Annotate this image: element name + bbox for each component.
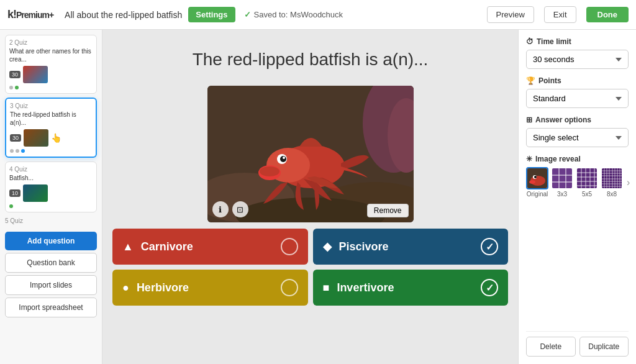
import-spreadsheet-button[interactable]: Import spreadsheet	[5, 298, 97, 317]
quiz-card-3-inner: 30 👆	[10, 129, 92, 147]
quiz-card-4-timer: 10	[9, 189, 20, 197]
answer-carnivore-text: Carnivore	[141, 240, 273, 253]
done-button[interactable]: Done	[586, 7, 629, 22]
reveal-5x5-image	[577, 168, 598, 189]
reveal-thumb-3x3[interactable]	[551, 167, 573, 189]
app-header: k!Premium+ All about the red-lipped batf…	[0, 0, 636, 30]
reveal-next-button[interactable]: ›	[627, 177, 630, 188]
quiz-card-2-image	[23, 66, 48, 83]
spacer	[526, 205, 629, 324]
image-controls: ℹ ⊡	[212, 201, 248, 217]
settings-button[interactable]: Settings	[188, 7, 235, 22]
question-title: The red-lipped batfish is a(n)...	[112, 40, 508, 80]
answer-piscivore-text: Piscivore	[339, 240, 474, 253]
image-reveal-icon: ✳	[526, 155, 532, 163]
reveal-5x5-label: 5x5	[582, 191, 592, 198]
reveal-3x3-label: 3x3	[557, 191, 567, 198]
quiz-card-2[interactable]: 2 Quiz What are other names for this cre…	[5, 35, 97, 94]
dot	[9, 86, 13, 89]
reveal-3x3-image	[552, 168, 573, 189]
answer-herbivore-text: Herbivore	[137, 281, 273, 294]
cursor-icon: 👆	[51, 133, 61, 143]
answer-carnivore[interactable]: ▲ Carnivore	[112, 229, 308, 265]
carnivore-check	[281, 238, 298, 255]
quiz-card-3-thumb	[24, 129, 48, 147]
import-slides-button[interactable]: Import slides	[5, 275, 97, 295]
question-bank-button[interactable]: Question bank	[5, 253, 97, 273]
answers-grid: ▲ Carnivore ◆ Piscivore ✓ ● Herbivore ■ …	[112, 229, 508, 306]
remove-button[interactable]: Remove	[367, 204, 409, 217]
dot	[16, 149, 19, 153]
reveal-8x8-image	[602, 168, 623, 189]
points-select[interactable]: Standard	[526, 89, 629, 108]
sidebar: 2 Quiz What are other names for this cre…	[0, 30, 102, 364]
dot-green	[15, 86, 19, 89]
quiz-card-3-title: The red-lipped batfish is a(n)...	[10, 111, 92, 127]
herbivore-check	[281, 279, 298, 296]
main-content: The red-lipped batfish is a(n)...	[102, 30, 518, 364]
reveal-original-image	[527, 168, 548, 189]
quiz-card-4-image	[23, 184, 48, 202]
image-reveal-label: ✳ Image reveal	[526, 155, 629, 163]
quiz-card-3[interactable]: 3 Quiz The red-lipped batfish is a(n)...…	[5, 98, 97, 158]
time-limit-section: ⏱ Time limit 30 seconds	[526, 37, 629, 69]
svg-rect-23	[577, 168, 598, 189]
reveal-original[interactable]: Original	[526, 167, 548, 198]
quiz-card-2-thumb	[23, 66, 48, 83]
preview-button[interactable]: Preview	[487, 6, 534, 23]
quiz-card-4[interactable]: 4 Quiz Batfish... 10	[5, 162, 97, 212]
app-logo: k!Premium+	[7, 8, 53, 21]
sidebar-actions: Add question Question bank Import slides…	[5, 232, 97, 317]
dot-blue	[21, 149, 25, 153]
answer-options-label: ⊞ Answer options	[526, 116, 629, 124]
quiz-card-2-title: What are other names for this crea...	[9, 47, 93, 63]
answer-options-icon: ⊞	[526, 116, 532, 124]
quiz-card-3-timer: 30	[10, 134, 21, 142]
exit-button[interactable]: Exit	[544, 6, 576, 23]
reveal-8x8-label: 8x8	[607, 191, 617, 198]
quiz-card-3-label: 3 Quiz	[10, 102, 92, 109]
svg-point-9	[260, 166, 279, 176]
reveal-3x3[interactable]: 3x3	[551, 167, 573, 198]
quiz-card-4-title: Batfish...	[9, 174, 93, 182]
add-question-button[interactable]: Add question	[5, 232, 97, 250]
time-limit-label: ⏱ Time limit	[526, 37, 629, 46]
answer-piscivore[interactable]: ◆ Piscivore ✓	[313, 229, 509, 265]
svg-point-12	[283, 157, 285, 159]
duplicate-button[interactable]: Duplicate	[579, 337, 629, 357]
question-image-container: ℹ ⊡ Remove	[207, 86, 414, 222]
square-icon: ■	[323, 281, 330, 294]
answer-herbivore[interactable]: ● Herbivore	[112, 270, 308, 306]
points-label: 🏆 Points	[526, 76, 629, 85]
reveal-thumb-5x5[interactable]	[576, 167, 598, 189]
reveal-thumb-8x8[interactable]	[601, 167, 623, 189]
invertivore-check: ✓	[481, 279, 498, 296]
points-section: 🏆 Points Standard	[526, 76, 629, 108]
triangle-icon: ▲	[122, 240, 134, 253]
diamond-icon: ◆	[323, 240, 332, 253]
reveal-thumb-original[interactable]	[526, 167, 548, 189]
quiz-card-4-inner: 10	[9, 184, 93, 202]
crop-button[interactable]: ⊡	[232, 201, 248, 217]
svg-point-16	[534, 176, 537, 178]
answer-invertivore[interactable]: ■ Invertivore ✓	[313, 270, 509, 306]
answer-invertivore-text: Invertivore	[337, 281, 473, 294]
svg-point-17	[529, 180, 535, 184]
reveal-original-label: Original	[527, 191, 548, 198]
quiz-card-4-label: 4 Quiz	[9, 166, 93, 173]
reveal-8x8[interactable]: 8x8	[601, 167, 623, 198]
answer-options-select[interactable]: Single select	[526, 128, 629, 147]
reveal-5x5[interactable]: 5x5	[576, 167, 598, 198]
dot-green	[9, 204, 13, 208]
circle-icon: ●	[122, 281, 129, 294]
svg-rect-18	[552, 168, 573, 189]
panel-bottom-actions: Delete Duplicate	[526, 331, 629, 357]
image-reveal-section: ✳ Image reveal Original	[526, 155, 629, 198]
dot	[10, 149, 14, 153]
quiz-card-2-label: 2 Quiz	[9, 39, 93, 46]
reveal-options: Original 3x3	[526, 167, 629, 198]
piscivore-check: ✓	[481, 238, 498, 255]
delete-button[interactable]: Delete	[526, 337, 576, 357]
info-button[interactable]: ℹ	[212, 201, 229, 217]
time-limit-select[interactable]: 30 seconds	[526, 50, 629, 69]
